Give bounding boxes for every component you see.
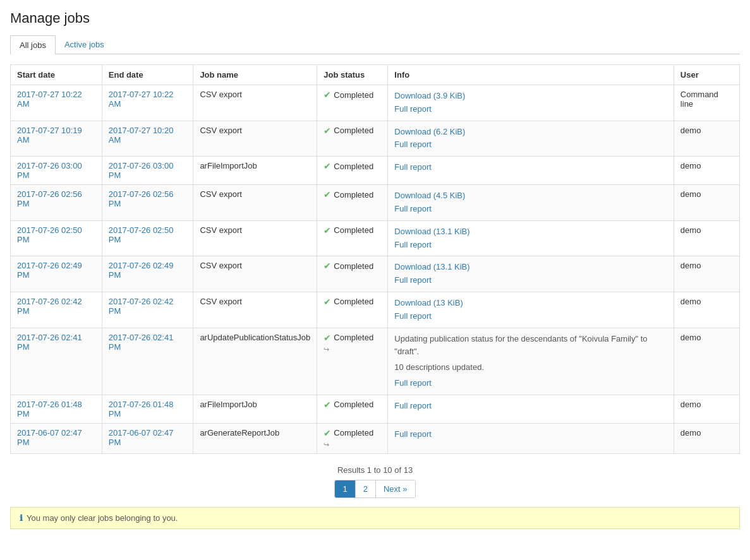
status-text: Completed xyxy=(334,400,373,409)
full-report-link[interactable]: Full report xyxy=(394,138,667,152)
cell-info: Download (3.9 KiB)Full report xyxy=(388,85,674,121)
pagination-controls: 1 2 Next » xyxy=(334,480,415,498)
full-report-link[interactable]: Full report xyxy=(394,377,667,390)
redirect-icon: ↪ xyxy=(324,345,329,354)
cell-job-status: ✔Completed xyxy=(317,220,388,256)
full-report-link[interactable]: Full report xyxy=(394,239,667,252)
cell-info: Full report xyxy=(388,423,674,453)
cell-start-date: 2017-07-26 02:42 PM xyxy=(11,292,102,328)
start-date-link[interactable]: 2017-07-27 10:22 AM xyxy=(17,90,82,109)
table-row: 2017-07-26 02:50 PM2017-07-26 02:50 PMCS… xyxy=(11,220,740,256)
status-text: Completed xyxy=(334,225,373,235)
tab-all-jobs[interactable]: All jobs xyxy=(10,35,56,54)
cell-job-name: CSV export xyxy=(193,220,317,256)
download-link[interactable]: Download (6.2 KiB) xyxy=(394,126,667,139)
cell-user: Command line xyxy=(674,85,739,121)
full-report-link[interactable]: Full report xyxy=(394,203,667,216)
cell-user: demo xyxy=(674,256,739,292)
check-icon: ✔ xyxy=(324,126,331,136)
cell-job-status: ✔Completed xyxy=(317,121,388,157)
check-icon: ✔ xyxy=(324,189,331,200)
cell-info: Full report xyxy=(388,157,674,185)
page-title: Manage jobs xyxy=(10,10,740,27)
cell-start-date: 2017-07-26 02:50 PM xyxy=(11,220,102,256)
download-link[interactable]: Download (3.9 KiB) xyxy=(394,90,667,103)
start-date-link[interactable]: 2017-07-27 10:19 AM xyxy=(17,126,82,145)
notice-text: You may only clear jobs belonging to you… xyxy=(27,513,178,523)
table-row: 2017-07-26 03:00 PM2017-07-26 03:00 PMar… xyxy=(11,157,740,185)
cell-job-status: ✔Completed xyxy=(317,292,388,328)
start-date-link[interactable]: 2017-07-26 02:50 PM xyxy=(17,225,82,244)
start-date-link[interactable]: 2017-07-26 02:49 PM xyxy=(17,261,82,280)
notice-bar: ℹ You may only clear jobs belonging to y… xyxy=(10,507,740,529)
end-date-link[interactable]: 2017-07-26 02:56 PM xyxy=(109,189,174,208)
download-link[interactable]: Download (13 KiB) xyxy=(394,297,667,310)
next-page-button[interactable]: Next » xyxy=(376,480,415,497)
page-1-button[interactable]: 1 xyxy=(335,480,355,497)
table-row: 2017-06-07 02:47 PM2017-06-07 02:47 PMar… xyxy=(11,423,740,453)
start-date-link[interactable]: 2017-07-26 02:41 PM xyxy=(17,333,82,352)
results-text: Results 1 to 10 of 13 xyxy=(10,465,740,475)
cell-user: demo xyxy=(674,220,739,256)
cell-job-name: CSV export xyxy=(193,121,317,157)
col-job-name: Job name xyxy=(193,65,317,85)
download-link[interactable]: Download (13.1 KiB) xyxy=(394,261,667,274)
end-date-link[interactable]: 2017-07-26 02:49 PM xyxy=(109,261,174,280)
cell-end-date: 2017-07-26 02:50 PM xyxy=(102,220,193,256)
cell-info: Download (13 KiB)Full report xyxy=(388,292,674,328)
start-date-link[interactable]: 2017-07-26 02:42 PM xyxy=(17,297,82,316)
col-info: Info xyxy=(388,65,674,85)
end-date-link[interactable]: 2017-06-07 02:47 PM xyxy=(109,428,174,447)
end-date-link[interactable]: 2017-07-27 10:22 AM xyxy=(109,90,174,109)
redirect-icon: ↪ xyxy=(324,441,329,449)
cell-end-date: 2017-07-26 03:00 PM xyxy=(102,157,193,185)
end-date-link[interactable]: 2017-07-26 02:41 PM xyxy=(109,333,174,352)
check-icon: ✔ xyxy=(324,90,331,100)
table-row: 2017-07-26 02:56 PM2017-07-26 02:56 PMCS… xyxy=(11,185,740,221)
download-link[interactable]: Download (13.1 KiB) xyxy=(394,225,667,239)
cell-job-name: arFileImportJob xyxy=(193,395,317,423)
start-date-link[interactable]: 2017-07-26 02:56 PM xyxy=(17,189,82,208)
start-date-link[interactable]: 2017-06-07 02:47 PM xyxy=(17,428,82,447)
cell-info: Download (13.1 KiB)Full report xyxy=(388,256,674,292)
cell-user: demo xyxy=(674,292,739,328)
table-row: 2017-07-26 02:49 PM2017-07-26 02:49 PMCS… xyxy=(11,256,740,292)
end-date-link[interactable]: 2017-07-26 02:42 PM xyxy=(109,297,174,316)
end-date-link[interactable]: 2017-07-27 10:20 AM xyxy=(109,126,174,145)
end-date-link[interactable]: 2017-07-26 01:48 PM xyxy=(109,400,174,419)
cell-start-date: 2017-07-27 10:22 AM xyxy=(11,85,102,121)
full-report-link[interactable]: Full report xyxy=(394,310,667,323)
cell-end-date: 2017-07-27 10:22 AM xyxy=(102,85,193,121)
status-text: Completed xyxy=(334,90,373,100)
cell-end-date: 2017-06-07 02:47 PM xyxy=(102,423,193,453)
cell-user: demo xyxy=(674,121,739,157)
cell-job-name: arFileImportJob xyxy=(193,157,317,185)
start-date-link[interactable]: 2017-07-26 03:00 PM xyxy=(17,161,82,180)
cell-user: demo xyxy=(674,423,739,453)
col-end-date: End date xyxy=(102,65,193,85)
end-date-link[interactable]: 2017-07-26 03:00 PM xyxy=(109,161,174,180)
table-row: 2017-07-27 10:22 AM2017-07-27 10:22 AMCS… xyxy=(11,85,740,121)
cell-user: demo xyxy=(674,185,739,221)
full-report-link[interactable]: Full report xyxy=(394,103,667,116)
cell-job-status: ✔Completed ↪ xyxy=(317,423,388,453)
tab-active-jobs[interactable]: Active jobs xyxy=(56,35,113,54)
cell-user: demo xyxy=(674,328,739,395)
start-date-link[interactable]: 2017-07-26 01:48 PM xyxy=(17,400,82,419)
cell-info: Updating publication status for the desc… xyxy=(388,328,674,395)
table-row: 2017-07-26 01:48 PM2017-07-26 01:48 PMar… xyxy=(11,395,740,423)
cell-user: demo xyxy=(674,157,739,185)
full-report-link[interactable]: Full report xyxy=(394,400,667,413)
full-report-link[interactable]: Full report xyxy=(394,161,667,174)
cell-job-name: CSV export xyxy=(193,185,317,221)
end-date-link[interactable]: 2017-07-26 02:50 PM xyxy=(109,225,174,244)
cell-start-date: 2017-07-26 02:56 PM xyxy=(11,185,102,221)
download-link[interactable]: Download (4.5 KiB) xyxy=(394,189,667,203)
check-icon: ✔ xyxy=(324,428,331,438)
cell-start-date: 2017-07-26 01:48 PM xyxy=(11,395,102,423)
full-report-link[interactable]: Full report xyxy=(394,428,667,441)
full-report-link[interactable]: Full report xyxy=(394,274,667,287)
page-2-button[interactable]: 2 xyxy=(356,480,376,497)
pagination-area: Results 1 to 10 of 13 1 2 Next » xyxy=(10,465,740,498)
cell-end-date: 2017-07-26 02:41 PM xyxy=(102,328,193,395)
